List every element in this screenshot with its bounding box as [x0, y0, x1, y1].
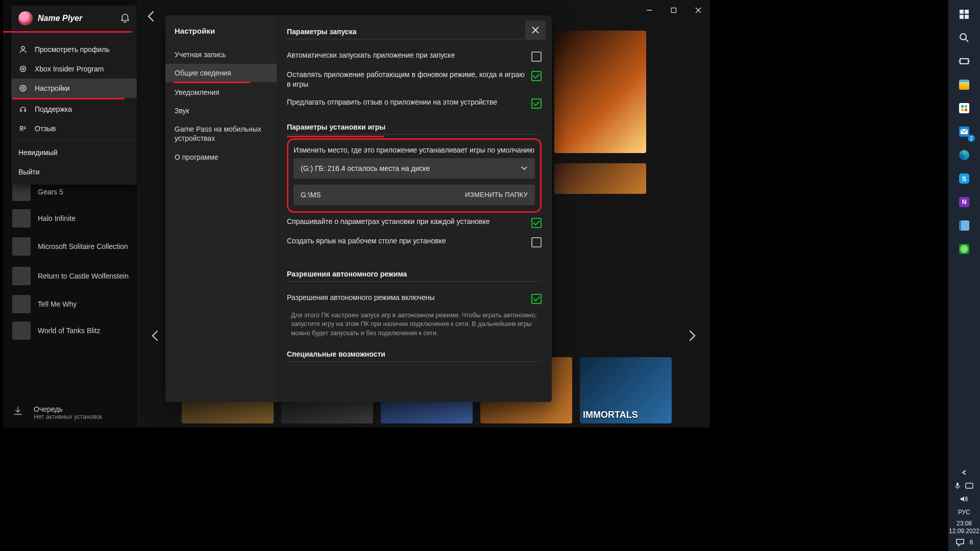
tray-date: 12.09.2022 [949, 528, 979, 535]
queue-title: Очередь [34, 405, 102, 413]
sidebar-game-item[interactable]: Return to Castle Wolfenstein [3, 261, 138, 291]
install-drive-select[interactable]: (G:) ГБ: 216.4 осталось места на диске [293, 158, 535, 179]
settings-tab-account[interactable]: Учетная запись [165, 45, 277, 64]
svg-rect-23 [966, 483, 973, 488]
settings-tabs: Настройки Учетная запись Общие сведения … [165, 15, 277, 402]
window-controls [638, 0, 710, 20]
settings-tab-about[interactable]: О программе [165, 148, 277, 166]
profile-menu: Name Plyer Просмотреть профиль Xbox Insi… [11, 6, 137, 185]
tray-volume[interactable] [948, 493, 980, 505]
tray-expand-button[interactable] [948, 467, 980, 478]
taskbar-edge[interactable] [952, 144, 976, 166]
window-minimize-button[interactable] [638, 0, 661, 20]
svg-rect-1 [672, 8, 676, 13]
setting-row: Предлагать отправить отзыв о приложении … [287, 93, 542, 113]
annotation-highlight-box: Изменить место, где это приложение устан… [287, 138, 542, 213]
settings-tab-notifications[interactable]: Уведомления [165, 83, 277, 102]
taskbar-onenote[interactable]: N [952, 191, 976, 213]
game-label: Microsoft Solitaire Collection [38, 242, 128, 251]
start-button[interactable] [952, 3, 976, 26]
profile-menu-view-profile[interactable]: Просмотреть профиль [11, 40, 137, 59]
profile-menu-signout[interactable]: Выйти [11, 162, 137, 182]
svg-rect-8 [960, 10, 964, 14]
menu-item-label: Невидимый [18, 148, 58, 157]
svg-rect-22 [957, 483, 959, 486]
taskbar-xbox[interactable] [952, 238, 976, 260]
profile-header[interactable]: Name Plyer [11, 6, 137, 31]
checkbox-background[interactable] [531, 71, 542, 81]
game-label: Return to Castle Wolfenstein [38, 272, 129, 280]
profile-menu-settings[interactable]: Настройки [11, 79, 137, 98]
game-label: World of Tanks Blitz [38, 327, 100, 335]
back-button[interactable] [146, 10, 160, 24]
store-tile[interactable] [554, 31, 646, 153]
profile-menu-support[interactable]: Поддержка [11, 99, 137, 119]
tab-label: Звук [175, 107, 189, 115]
tray-clock[interactable]: 23:08 12.09.2022 [949, 520, 979, 535]
carousel-next-button[interactable] [683, 327, 702, 345]
window-maximize-button[interactable] [662, 0, 685, 20]
profile-menu-feedback[interactable]: Отзыв [11, 119, 137, 138]
tab-label: Учетная запись [175, 51, 226, 59]
carousel-prev-button[interactable] [145, 327, 164, 345]
system-tray: РУС 23:08 12.09.2022 6 [948, 467, 980, 551]
avatar [18, 11, 33, 26]
setting-row: Спрашивайте о параметрах установки при к… [287, 213, 542, 232]
download-icon [12, 406, 27, 420]
checkbox-shortcut[interactable] [531, 237, 542, 247]
mic-icon [955, 482, 960, 489]
taskbar-notepad[interactable] [952, 214, 976, 237]
setting-label: Автоматически запускать приложение при з… [287, 51, 525, 60]
svg-point-3 [20, 66, 26, 72]
profile-menu-xbox-insider[interactable]: Xbox Insider Program [11, 59, 137, 79]
menu-item-label: Выйти [18, 168, 39, 176]
game-label: Gears 5 [38, 188, 63, 196]
settings-tab-general[interactable]: Общие сведения [165, 64, 277, 82]
offline-note: Для этого ПК настроен запуск игр в автон… [291, 311, 542, 338]
taskbar-explorer[interactable] [952, 73, 976, 96]
sidebar-game-item[interactable]: Microsoft Solitaire Collection [3, 232, 138, 261]
svg-rect-11 [965, 15, 969, 19]
change-folder-button[interactable]: ИЗМЕНИТЬ ПАПКУ [465, 191, 528, 198]
store-tile[interactable]: IMMORTALS [580, 357, 672, 423]
game-thumb [12, 237, 31, 256]
divider [287, 281, 542, 282]
taskbar-mail[interactable]: 2 [952, 120, 976, 143]
checkbox-offline[interactable] [531, 294, 542, 304]
svg-rect-17 [961, 105, 964, 108]
sidebar-game-item[interactable]: Tell Me Why [3, 291, 138, 317]
window-close-button[interactable] [687, 0, 710, 20]
setting-label: Разрешения автономного режима включены [287, 293, 525, 303]
queue-status[interactable]: Очередь Нет активных установок [3, 405, 111, 420]
profile-menu-status[interactable]: Невидимый [11, 143, 137, 162]
menu-item-label: Настройки [35, 84, 70, 92]
tray-action-center[interactable]: 6 [948, 537, 980, 548]
settings-tab-gamepass-mobile[interactable]: Game Pass на мобильных устройствах [165, 120, 277, 148]
taskbar-store[interactable] [952, 97, 976, 119]
settings-tab-sound[interactable]: Звук [165, 102, 277, 120]
search-button[interactable] [952, 27, 976, 49]
chevron-down-icon [521, 166, 528, 171]
task-view-button[interactable] [952, 50, 976, 72]
checkbox-autostart[interactable] [531, 52, 542, 62]
store-tile[interactable] [554, 163, 646, 194]
game-thumb [12, 183, 31, 201]
setting-label: Спрашивайте о параметрах установки при к… [287, 217, 525, 227]
setting-label: Создать ярлык на рабочем столе при устан… [287, 236, 525, 246]
setting-label: Оставлять приложение работающим в фоново… [287, 70, 525, 89]
windows-taskbar: 2 S N РУС 23:08 12.09.2022 6 [948, 0, 980, 551]
svg-point-7 [20, 127, 23, 129]
sidebar-game-item[interactable]: World of Tanks Blitz [3, 317, 138, 344]
sidebar-game-item[interactable]: Halo Infinite [3, 205, 138, 232]
bell-icon[interactable] [120, 13, 130, 23]
modal-close-button[interactable] [525, 20, 546, 40]
taskbar-skype[interactable]: S [952, 167, 976, 190]
section-title-install: Параметры установки игры [287, 123, 542, 131]
feedback-icon [18, 124, 28, 133]
checkbox-ask-install[interactable] [531, 218, 542, 228]
tab-label: Общие сведения [175, 69, 231, 77]
tray-mic-keyboard[interactable] [948, 480, 980, 491]
divider [287, 39, 542, 39]
tray-language[interactable]: РУС [948, 507, 980, 518]
checkbox-feedback[interactable] [531, 98, 542, 109]
